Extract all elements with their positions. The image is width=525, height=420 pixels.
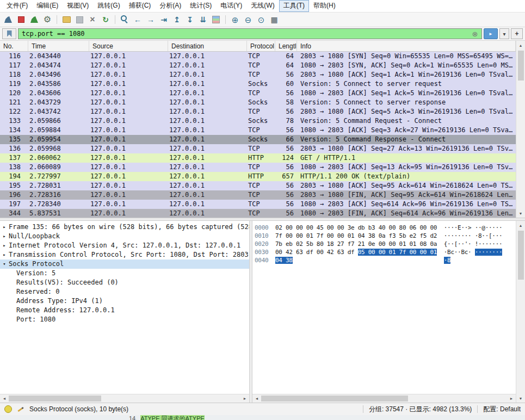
scroll-right-button[interactable] <box>507 394 516 403</box>
scroll-right-button[interactable] <box>240 394 249 403</box>
hex-row[interactable]: 0000 02 00 00 00 45 00 00 3e db b3 40 00… <box>255 224 516 232</box>
menu-item[interactable]: 文件(F) <box>2 0 32 12</box>
start-capture-icon[interactable] <box>2 14 14 26</box>
column-header-len[interactable]: Lengtl <box>275 41 297 51</box>
packet-row[interactable]: 1952.728031127.0.0.1127.0.0.1TCP562803 →… <box>0 181 516 190</box>
scrollbar-thumb[interactable] <box>261 396 408 402</box>
expert-info-icon[interactable] <box>4 405 12 413</box>
bytes-h-scrollbar[interactable] <box>252 394 516 403</box>
menu-item[interactable]: 捕获(C) <box>125 0 156 12</box>
detail-line[interactable]: ▸Transmission Control Protocol, Src Port… <box>0 250 249 260</box>
expanded-arrow-icon[interactable]: ▾ <box>0 260 9 269</box>
scroll-left-button[interactable] <box>0 394 9 403</box>
detail-line[interactable]: Address Type: IPv4 (1) <box>0 297 249 306</box>
packet-row[interactable]: 1972.728340127.0.0.1127.0.0.1TCP561080 →… <box>0 200 516 209</box>
menu-item[interactable]: 跳转(G) <box>93 0 124 12</box>
column-header-proto[interactable]: Protocol <box>247 41 275 51</box>
packet-row[interactable]: 1332.059866127.0.0.1127.0.0.1Socks78Vers… <box>0 116 516 126</box>
go-forward-icon[interactable] <box>145 14 157 26</box>
detail-line[interactable]: Results(V5): Succeeded (0) <box>0 278 249 287</box>
zoom-reset-icon[interactable] <box>255 14 267 26</box>
resize-columns-icon[interactable] <box>268 14 280 26</box>
column-header-no[interactable]: No. <box>0 41 28 51</box>
collapsed-arrow-icon[interactable]: ▸ <box>0 232 9 241</box>
scrollbar-thumb[interactable] <box>518 231 524 280</box>
scrollbar-thumb[interactable] <box>9 396 101 402</box>
packet-row[interactable]: 1182.043496127.0.0.1127.0.0.1TCP562803 →… <box>0 70 516 79</box>
apply-filter-button[interactable] <box>484 28 498 39</box>
column-header-dst[interactable]: Destination <box>168 41 247 51</box>
collapsed-arrow-icon[interactable]: ▸ <box>0 223 9 232</box>
menu-item[interactable]: 分析(A) <box>155 0 186 12</box>
collapsed-arrow-icon[interactable]: ▸ <box>0 241 9 250</box>
packet-row[interactable]: 1962.728316127.0.0.1127.0.0.1TCP562803 →… <box>0 190 516 200</box>
menu-item[interactable]: 编辑(E) <box>32 0 63 12</box>
auto-scroll-icon[interactable] <box>197 14 209 26</box>
clear-filter-icon[interactable] <box>471 30 479 38</box>
bytes-v-scrollbar[interactable] <box>516 221 525 403</box>
detail-line[interactable]: Reserved: 0 <box>0 287 249 297</box>
packet-list-scrollbar[interactable] <box>516 41 525 218</box>
save-file-icon[interactable] <box>73 14 85 26</box>
first-packet-icon[interactable] <box>171 14 183 26</box>
filter-bookmark-button[interactable] <box>2 28 16 39</box>
column-header-info[interactable]: Info <box>297 41 516 51</box>
packet-row[interactable]: 1362.059968127.0.0.1127.0.0.1TCP562803 →… <box>0 144 516 153</box>
menu-item[interactable]: 工具(T) <box>279 0 309 12</box>
detail-line[interactable]: Version: 5 <box>0 269 249 278</box>
detail-line[interactable]: ▸Internet Protocol Version 4, Src: 127.0… <box>0 241 249 250</box>
go-back-icon[interactable] <box>132 14 144 26</box>
last-packet-icon[interactable] <box>184 14 196 26</box>
scroll-up-button[interactable] <box>516 41 525 50</box>
detail-line[interactable]: ▸Frame 135: 66 bytes on wire (528 bits),… <box>0 223 249 232</box>
detail-line[interactable]: Remote Address: 127.0.0.1 <box>0 306 249 315</box>
scroll-left-button[interactable] <box>252 394 261 403</box>
packet-row[interactable]: 1382.060089127.0.0.1127.0.0.1TCP561080 →… <box>0 163 516 172</box>
status-profile[interactable]: 配置: Default <box>483 405 521 414</box>
packet-row[interactable]: 1172.043474127.0.0.1127.0.0.1TCP641080 →… <box>0 61 516 70</box>
column-header-time[interactable]: Time <box>28 41 89 51</box>
detail-line[interactable]: Port: 1080 <box>0 315 249 324</box>
stop-capture-icon[interactable] <box>15 14 27 26</box>
packet-row[interactable]: 1212.043729127.0.0.1127.0.0.1Socks58Vers… <box>0 98 516 107</box>
restart-capture-icon[interactable] <box>28 14 40 26</box>
menu-item[interactable]: 视图(V) <box>63 0 93 12</box>
filter-dropdown-button[interactable] <box>499 28 509 39</box>
hex-row[interactable]: 0030 00 42 63 df 00 42 63 df 05 00 00 01… <box>255 248 516 256</box>
packet-row[interactable]: 1342.059884127.0.0.1127.0.0.1TCP561080 →… <box>0 126 516 135</box>
packet-row[interactable]: 1192.043586127.0.0.1127.0.0.1Socks60Vers… <box>0 79 516 89</box>
go-to-packet-icon[interactable] <box>158 14 170 26</box>
add-filter-button[interactable]: + <box>511 28 523 39</box>
menu-item[interactable]: 帮助(H) <box>309 0 340 12</box>
zoom-out-icon[interactable] <box>242 14 254 26</box>
packet-row[interactable]: 1352.059954127.0.0.1127.0.0.1Socks66Vers… <box>0 135 516 144</box>
packet-row[interactable]: 1372.060062127.0.0.1127.0.0.1HTTP124GET … <box>0 153 516 163</box>
menu-item[interactable]: 统计(S) <box>186 0 216 12</box>
detail-line[interactable]: ▾Socks Protocol <box>0 260 249 269</box>
reload-icon[interactable] <box>100 14 112 26</box>
collapsed-arrow-icon[interactable]: ▸ <box>0 250 9 260</box>
packet-row[interactable]: 1202.043606127.0.0.1127.0.0.1TCP561080 →… <box>0 89 516 98</box>
zoom-in-icon[interactable] <box>229 14 241 26</box>
scrollbar-thumb[interactable] <box>518 51 524 81</box>
scroll-down-button[interactable] <box>516 209 525 218</box>
packet-row[interactable]: 1942.727997127.0.0.1127.0.0.1HTTP657HTTP… <box>0 172 516 181</box>
capture-options-icon[interactable] <box>41 14 53 26</box>
packet-row[interactable]: 1162.043440127.0.0.1127.0.0.1TCP642803 →… <box>0 52 516 61</box>
close-file-icon[interactable] <box>87 14 98 26</box>
hex-row[interactable]: 0010 7f 00 00 01 7f 00 00 01 04 38 0a f3… <box>255 232 516 240</box>
hex-row[interactable]: 0040 04 38 ·8 <box>255 256 516 264</box>
scroll-up-button[interactable] <box>516 221 525 230</box>
packet-row[interactable]: 3445.837531127.0.0.1127.0.0.1TCP561080 →… <box>0 209 516 218</box>
scroll-down-button[interactable] <box>516 394 525 403</box>
hex-row[interactable]: 0020 7b eb 02 5b 80 18 27 f7 21 0e 00 00… <box>255 240 516 248</box>
details-scrollbar[interactable] <box>0 394 249 403</box>
find-packet-icon[interactable] <box>119 14 131 26</box>
menu-item[interactable]: 电话(Y) <box>216 0 246 12</box>
capture-comment-icon[interactable] <box>16 405 25 413</box>
colorize-icon[interactable] <box>210 14 222 26</box>
menu-item[interactable]: 无线(W) <box>246 0 279 12</box>
display-filter-input[interactable] <box>21 29 471 38</box>
packet-row[interactable]: 1222.043742127.0.0.1127.0.0.1TCP562803 →… <box>0 107 516 116</box>
column-header-src[interactable]: Source <box>89 41 168 51</box>
